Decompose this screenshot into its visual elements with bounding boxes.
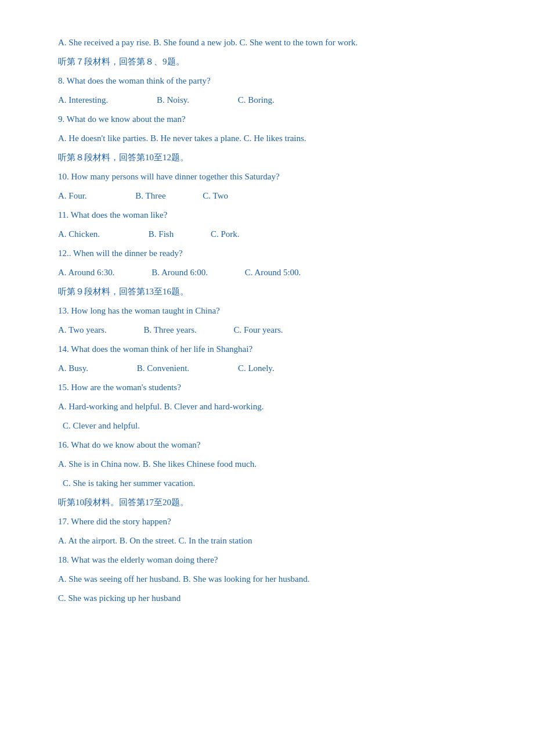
question-9-options: A. He doesn't like parties. B. He never …	[58, 131, 488, 146]
question-10: 10. How many persons will have dinner to…	[58, 169, 488, 185]
question-10-options: A. Four. B. Three C. Two	[58, 188, 488, 204]
q12-option-b: B. Around 6:00.	[151, 268, 208, 277]
question-12: 12.. When will the dinner be ready?	[58, 246, 488, 261]
question-14: 14. What does the woman think of her lif…	[58, 341, 488, 357]
question-16: 16. What do we know about the woman?	[58, 437, 488, 453]
question-18: 18. What was the elderly woman doing the…	[58, 552, 488, 568]
q14-option-a: A. Busy.	[58, 363, 88, 373]
section-9-header: 听第９段材料，回答第13至16题。	[58, 284, 488, 300]
question-15-options-c: C. Clever and helpful.	[58, 418, 488, 434]
q11-option-b: B. Fish	[149, 229, 174, 239]
section-8-header: 听第８段材料，回答第10至12题。	[58, 150, 488, 165]
question-8-options: A. Interesting. B. Noisy. C. Boring.	[58, 92, 488, 108]
q13-option-c: C. Four years.	[234, 325, 283, 334]
question-14-options: A. Busy. B. Convenient. C. Lonely.	[58, 361, 488, 376]
q12-option-a: A. Around 6:30.	[58, 268, 115, 277]
q14-option-b: B. Convenient.	[137, 363, 189, 373]
q14-option-c: C. Lonely.	[238, 363, 275, 373]
line-prev-answers: A. She received a pay rise. B. She found…	[58, 35, 488, 51]
question-13: 13. How long has the woman taught in Chi…	[58, 303, 488, 319]
q11-option-a: A. Chicken.	[58, 229, 100, 239]
question-17-options: A. At the airport. B. On the street. C. …	[58, 533, 488, 549]
section-7-header: 听第７段材料，回答第８、9题。	[58, 54, 488, 70]
q8-option-c: C. Boring.	[238, 95, 275, 105]
question-18-options-ab: A. She was seeing off her husband. B. Sh…	[58, 571, 488, 587]
question-12-options: A. Around 6:30. B. Around 6:00. C. Aroun…	[58, 265, 488, 280]
question-17: 17. Where did the story happen?	[58, 514, 488, 530]
question-8: 8. What does the woman think of the part…	[58, 73, 488, 89]
question-16-options-ab: A. She is in China now. B. She likes Chi…	[58, 456, 488, 472]
question-13-options: A. Two years. B. Three years. C. Four ye…	[58, 322, 488, 338]
question-16-options-c: C. She is taking her summer vacation.	[58, 476, 488, 491]
q10-option-c: C. Two	[203, 191, 228, 200]
q13-option-a: A. Two years.	[58, 325, 107, 334]
question-11-options: A. Chicken. B. Fish C. Pork.	[58, 226, 488, 242]
q8-option-a: A. Interesting.	[58, 95, 108, 105]
question-9: 9. What do we know about the man?	[58, 111, 488, 127]
q10-option-b: B. Three	[135, 191, 165, 200]
question-18-options-c: C. She was picking up her husband	[58, 591, 488, 606]
section-10-header: 听第10段材料。回答第17至20题。	[58, 495, 488, 510]
question-15: 15. How are the woman's students?	[58, 380, 488, 395]
document-content: A. She received a pay rise. B. She found…	[58, 35, 488, 606]
question-15-options-ab: A. Hard-working and helpful. B. Clever a…	[58, 399, 488, 415]
q8-option-b: B. Noisy.	[157, 95, 189, 105]
q10-option-a: A. Four.	[58, 191, 87, 200]
question-11: 11. What does the woman like?	[58, 207, 488, 223]
q13-option-b: B. Three years.	[143, 325, 196, 334]
q12-option-c: C. Around 5:00.	[245, 268, 301, 277]
q11-option-c: C. Pork.	[211, 229, 240, 239]
